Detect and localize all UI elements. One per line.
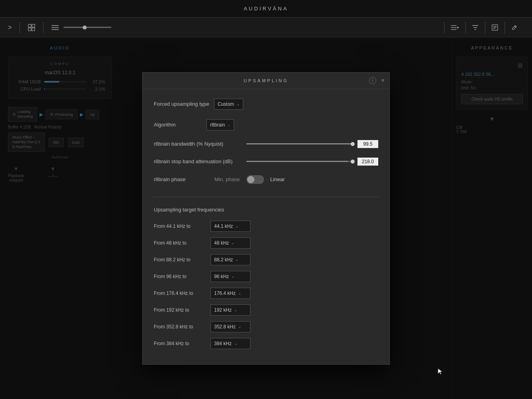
grid-icon[interactable]: [28, 24, 35, 31]
phase-toggle[interactable]: [246, 175, 264, 184]
freq-from-label-3: From 96 kHz to: [154, 274, 206, 279]
forced-type-chevron-icon: ⌄: [236, 102, 240, 106]
toolbar-right-icons: [444, 22, 524, 34]
toolbar: >: [0, 18, 532, 38]
freq-chevron-icon-0: ⌄: [235, 224, 238, 228]
freq-from-label-2: From 88.2 kHz to: [154, 257, 206, 263]
forced-type-value: Custom: [218, 101, 234, 107]
bandwidth-thumb-icon[interactable]: [351, 142, 355, 146]
toolbar-divider-2: [43, 22, 44, 33]
toggle-knob: [247, 176, 254, 183]
stopband-row: r8brain stop band attenuation (dB) 218.0: [154, 158, 378, 166]
volume-slider[interactable]: [64, 27, 111, 28]
freq-rows-container: From 44.1 kHz to44.1 kHz⌄From 48 kHz to4…: [154, 221, 378, 349]
freq-select-6[interactable]: 352.8 kHz⌄: [210, 321, 250, 332]
algorithm-chevron-icon: ⌄: [227, 122, 230, 127]
stopband-fill: [246, 161, 348, 162]
freq-select-4[interactable]: 176.4 kHz⌄: [210, 288, 250, 299]
phase-min-label: Min. phase: [214, 176, 240, 182]
freq-row-7: From 384 kHz to384 kHz⌄: [154, 338, 378, 349]
freq-select-0[interactable]: 44.1 kHz⌄: [210, 221, 250, 232]
bandwidth-value[interactable]: 99.5: [357, 140, 378, 148]
phase-options: Min. phase Linear: [214, 175, 285, 184]
main-content: AUDIO COMPU macOS 12.0.1 RAM 16GB 37.2% …: [0, 38, 532, 399]
freq-from-label-7: From 384 kHz to: [154, 341, 206, 346]
modal-header-icons: i ×: [369, 77, 385, 84]
modal-overlay: UPSAMPLING i × Forced upsampling type Cu…: [0, 38, 532, 399]
freq-select-7[interactable]: 384 kHz⌄: [210, 338, 250, 349]
play-queue-icon[interactable]: [444, 22, 465, 34]
freq-row-5: From 192 kHz to192 kHz⌄: [154, 304, 378, 316]
stopband-value[interactable]: 218.0: [357, 158, 378, 166]
freq-value-4: 176.4 kHz: [214, 290, 236, 296]
edit-icon[interactable]: [504, 22, 524, 34]
svg-rect-2: [28, 28, 31, 31]
stopband-thumb-icon[interactable]: [351, 160, 355, 164]
freq-row-6: From 352.8 kHz to352.8 kHz⌄: [154, 321, 378, 332]
forced-type-row: Forced upsampling type Custom ⌄: [154, 99, 378, 110]
list-icon[interactable]: [52, 25, 59, 30]
bandwidth-row: r8brain bandwidth (% Nyquist) 99.5: [154, 140, 378, 148]
stopband-label: r8brain stop band attenuation (dB): [154, 158, 242, 164]
freq-select-5[interactable]: 192 kHz⌄: [210, 304, 250, 316]
freq-from-label-4: From 176.4 kHz to: [154, 290, 206, 296]
svg-rect-3: [32, 28, 35, 31]
modal-info-button[interactable]: i: [369, 77, 376, 84]
freq-row-3: From 96 kHz to96 kHz⌄: [154, 271, 378, 282]
svg-rect-0: [28, 24, 31, 27]
freq-value-1: 48 kHz: [214, 240, 229, 246]
freq-select-1[interactable]: 48 kHz⌄: [210, 237, 250, 249]
toolbar-divider-1: [20, 22, 20, 33]
cursor: [437, 368, 444, 375]
upsampling-modal: UPSAMPLING i × Forced upsampling type Cu…: [142, 72, 390, 365]
modal-divider: [154, 197, 378, 197]
target-freq-title: Upsampling target frequencies: [154, 207, 378, 213]
freq-value-2: 88.2 kHz: [214, 257, 233, 263]
forced-type-label: Forced upsampling type: [154, 101, 209, 107]
algorithm-value: r8brain: [210, 122, 225, 128]
playlist-icon[interactable]: [485, 22, 504, 34]
freq-from-label-6: From 352.8 kHz to: [154, 324, 206, 330]
freq-chevron-icon-3: ⌄: [231, 274, 234, 279]
app-title: AUDIRVĀNA: [244, 6, 288, 12]
freq-row-2: From 88.2 kHz to88.2 kHz⌄: [154, 254, 378, 265]
freq-value-5: 192 kHz: [214, 307, 232, 313]
freq-row-4: From 176.4 kHz to176.4 kHz⌄: [154, 288, 378, 299]
filter-icon[interactable]: [465, 22, 485, 34]
freq-row-1: From 48 kHz to48 kHz⌄: [154, 237, 378, 249]
top-bar: AUDIRVĀNA: [0, 0, 532, 18]
freq-select-3[interactable]: 96 kHz⌄: [210, 271, 250, 282]
bandwidth-slider[interactable]: [246, 143, 353, 144]
freq-value-7: 384 kHz: [214, 341, 232, 346]
freq-chevron-icon-6: ⌄: [238, 324, 241, 329]
freq-row-0: From 44.1 kHz to44.1 kHz⌄: [154, 221, 378, 232]
svg-marker-10: [457, 26, 459, 29]
freq-select-2[interactable]: 88.2 kHz⌄: [210, 254, 250, 265]
back-icon[interactable]: >: [8, 24, 12, 31]
forced-type-select[interactable]: Custom ⌄: [214, 99, 243, 110]
freq-from-label-0: From 44.1 kHz to: [154, 223, 206, 229]
phase-row: r8brain phase Min. phase Linear: [154, 175, 378, 184]
bandwidth-label: r8brain bandwidth (% Nyquist): [154, 141, 242, 147]
modal-title: UPSAMPLING: [244, 78, 288, 83]
modal-header: UPSAMPLING i ×: [143, 73, 389, 89]
freq-value-3: 96 kHz: [214, 274, 229, 279]
freq-from-label-5: From 192 kHz to: [154, 307, 206, 313]
modal-body: Forced upsampling type Custom ⌄ Algorith…: [143, 89, 389, 364]
volume-slider-thumb[interactable]: [83, 26, 87, 30]
bandwidth-fill: [246, 143, 351, 144]
stopband-slider[interactable]: [246, 161, 353, 162]
phase-label: r8brain phase: [154, 176, 202, 182]
freq-chevron-icon-1: ⌄: [231, 241, 234, 245]
freq-chevron-icon-2: ⌄: [235, 257, 238, 262]
freq-value-0: 44.1 kHz: [214, 223, 233, 229]
freq-chevron-icon-4: ⌄: [238, 291, 241, 295]
freq-from-label-1: From 48 kHz to: [154, 240, 206, 246]
algorithm-select[interactable]: r8brain ⌄: [206, 119, 234, 130]
modal-close-button[interactable]: ×: [381, 77, 385, 84]
freq-chevron-icon-5: ⌄: [234, 308, 237, 312]
freq-chevron-icon-7: ⌄: [234, 341, 237, 346]
algorithm-label: Algorithm: [154, 122, 202, 128]
freq-value-6: 352.8 kHz: [214, 324, 236, 330]
phase-linear-label: Linear: [270, 176, 285, 182]
